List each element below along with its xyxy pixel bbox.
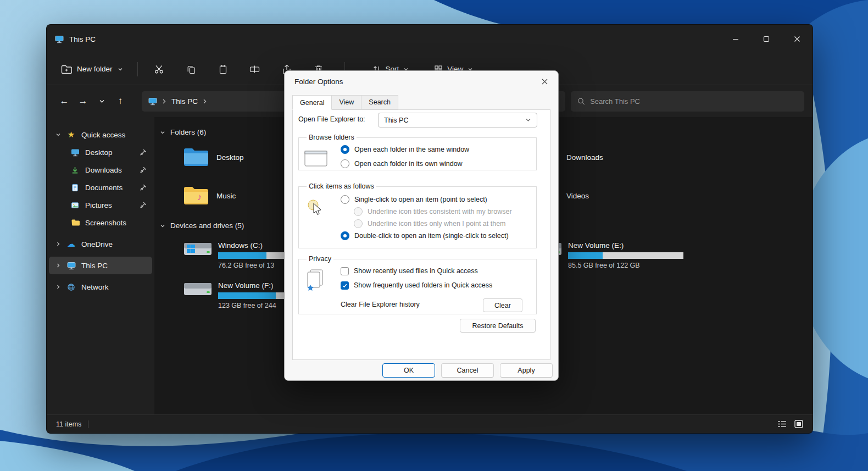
checkbox-unchecked-icon[interactable] (341, 267, 349, 275)
folder-icon (183, 147, 209, 168)
radio-own-window[interactable]: Open each folder in its own window (341, 157, 531, 171)
cancel-button[interactable]: Cancel (441, 363, 494, 378)
privacy-group: Privacy Show recently used files in Quic… (298, 255, 537, 314)
radio-disabled-icon (354, 219, 363, 228)
quick-access-star-icon: ★ (66, 130, 76, 140)
recent-locations-button[interactable] (92, 92, 111, 110)
sidebar-item-screenshots[interactable]: Screenshots (49, 214, 152, 231)
sidebar-item-pictures[interactable]: Pictures (49, 196, 152, 214)
sidebar-item-quick-access[interactable]: ★ Quick access (49, 126, 152, 143)
restore-defaults-button[interactable]: Restore Defaults (460, 319, 536, 333)
sidebar-item-onedrive[interactable]: ☁ OneDrive (49, 235, 152, 253)
radio-underline-point[interactable]: Underline icon titles only when I point … (354, 218, 531, 230)
paste-icon (218, 64, 228, 74)
ok-button[interactable]: OK (382, 363, 435, 378)
radio-on-icon[interactable] (341, 231, 349, 240)
folder-icon (70, 218, 80, 227)
dialog-title-bar: Folder Options (285, 71, 558, 92)
click-items-group: Click items as follows Single-click to o… (298, 182, 537, 248)
network-icon (66, 283, 76, 291)
folders-section-header[interactable]: Folders (6) (160, 128, 206, 136)
chevron-right-icon (55, 263, 61, 268)
capacity-bar (568, 252, 683, 259)
rename-icon (249, 64, 260, 74)
drive-icon (183, 277, 213, 313)
radio-off-icon[interactable] (341, 195, 349, 204)
chevron-down-icon (160, 130, 165, 135)
copy-icon (186, 64, 196, 74)
chevron-down-icon (99, 98, 105, 104)
sidebar-item-documents[interactable]: Documents (49, 179, 152, 196)
forward-button[interactable]: → (74, 92, 92, 110)
up-button[interactable]: ↑ (111, 92, 130, 110)
sidebar-item-network[interactable]: Network (49, 278, 152, 296)
checkbox-checked-icon[interactable] (341, 281, 349, 290)
onedrive-cloud-icon: ☁ (66, 239, 76, 249)
music-note-icon: ♪ (197, 192, 202, 203)
search-box[interactable] (571, 91, 804, 112)
breadcrumb[interactable]: This PC (171, 97, 198, 106)
new-folder-button[interactable]: New folder (54, 60, 130, 79)
close-icon (542, 79, 548, 85)
dialog-close-button[interactable] (535, 73, 554, 90)
close-button[interactable] (782, 25, 813, 53)
checkbox-recent-files[interactable]: Show recently used files in Quick access (341, 264, 531, 278)
copy-button[interactable] (177, 59, 205, 80)
tab-general[interactable]: General (292, 95, 332, 110)
this-pc-icon (55, 35, 64, 43)
rename-button[interactable] (241, 59, 269, 80)
item-count: 11 items (56, 420, 81, 428)
chevron-right-icon (55, 284, 61, 290)
clear-history-label: Clear File Explorer history (341, 301, 420, 308)
paste-button[interactable] (209, 59, 237, 80)
back-button[interactable]: ← (55, 92, 74, 110)
minimize-button[interactable] (720, 25, 751, 53)
radio-double-click[interactable]: Double-click to open an item (single-cli… (341, 230, 531, 242)
cut-icon (154, 64, 164, 74)
browse-folders-group: Browse folders Open each folder in the s… (298, 134, 537, 170)
maximize-button[interactable] (751, 25, 782, 53)
browse-folders-icon (303, 148, 329, 169)
radio-off-icon[interactable] (341, 159, 349, 168)
chevron-down-icon (55, 132, 61, 137)
devices-section-header[interactable]: Devices and drives (5) (160, 221, 244, 230)
clear-button[interactable]: Clear (483, 298, 522, 312)
cut-button[interactable] (146, 59, 173, 80)
new-folder-label: New folder (77, 65, 113, 73)
open-to-label: Open File Explorer to: (298, 115, 365, 123)
apply-button[interactable]: Apply (500, 363, 553, 378)
tab-view[interactable]: View (331, 95, 361, 109)
radio-on-icon[interactable] (341, 145, 349, 154)
pin-icon (140, 167, 147, 174)
radio-disabled-icon (354, 207, 363, 216)
music-folder-icon: ♪ (183, 185, 209, 206)
back-arrow-icon: ← (60, 96, 69, 107)
downloads-icon (70, 166, 80, 174)
search-input[interactable] (590, 97, 798, 106)
search-icon (577, 97, 585, 106)
chevron-right-icon (162, 98, 166, 104)
chevron-down-icon (160, 223, 165, 229)
large-icons-view-toggle[interactable] (794, 420, 803, 428)
checkbox-frequent-folders[interactable]: Show frequently used folders in Quick ac… (341, 278, 531, 292)
status-divider (88, 420, 88, 428)
chevron-down-icon (525, 117, 531, 123)
sidebar-item-desktop[interactable]: Desktop (49, 143, 152, 161)
details-view-toggle[interactable] (777, 420, 787, 428)
tab-search[interactable]: Search (361, 95, 398, 109)
radio-underline-browser[interactable]: Underline icon titles consistent with my… (354, 206, 531, 218)
chevron-right-icon (203, 98, 207, 104)
privacy-icon (303, 268, 326, 292)
folder-options-dialog: Folder Options General View Search Open … (284, 70, 559, 381)
radio-same-window[interactable]: Open each folder in the same window (341, 142, 531, 157)
forward-arrow-icon: → (79, 96, 88, 107)
sidebar-item-this-pc[interactable]: This PC (49, 257, 152, 274)
dialog-tabs: General View Search (292, 95, 398, 109)
up-arrow-icon: ↑ (118, 96, 123, 107)
chevron-right-icon (55, 241, 61, 247)
radio-single-click[interactable]: Single-click to open an item (point to s… (341, 193, 531, 206)
open-to-dropdown[interactable]: This PC (378, 113, 537, 128)
sidebar-item-downloads[interactable]: Downloads (49, 161, 152, 179)
toolbar-divider (137, 62, 138, 76)
pictures-icon (70, 201, 80, 209)
